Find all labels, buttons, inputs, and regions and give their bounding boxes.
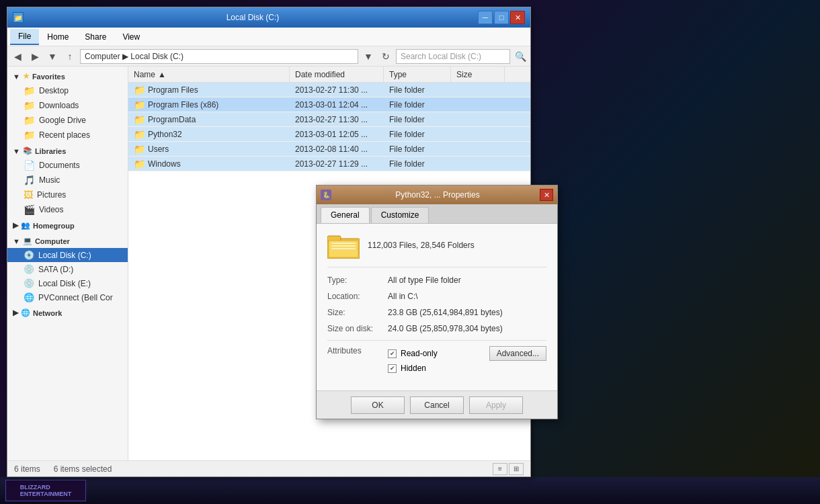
window-title: Local Disk (C:) (28, 13, 478, 22)
menu-file[interactable]: File (10, 29, 39, 45)
file-row[interactable]: 📁 Python32 2013-03-01 12:05 ... File fol… (128, 127, 530, 142)
homegroup-icon: 👥 (21, 221, 30, 230)
chevron-icon: ▼ (13, 147, 20, 155)
sidebar-item-desktop[interactable]: 📁 Desktop (7, 83, 128, 98)
svg-rect-4 (331, 245, 356, 247)
folder-icon: 📁 (24, 85, 35, 96)
folder-icon: 📁 (24, 100, 35, 111)
folder-icon: 📄 (24, 160, 35, 171)
col-header-date[interactable]: Date modified (290, 67, 384, 82)
explorer-icon: 📁 (13, 12, 24, 23)
folder-icon: 📁 (134, 144, 145, 155)
tab-general[interactable]: General (321, 207, 370, 223)
folder-icon: 🖼 (24, 190, 33, 200)
file-row[interactable]: 📁 ProgramData 2013-02-27 11:30 ... File … (128, 112, 530, 127)
menu-share[interactable]: Share (77, 30, 114, 44)
folder-icon: 📁 (24, 130, 35, 140)
search-button[interactable]: 🔍 (513, 49, 528, 64)
chevron-icon: ▼ (13, 73, 20, 81)
menu-view[interactable]: View (114, 30, 148, 44)
sidebar-item-downloads[interactable]: 📁 Downloads (7, 98, 128, 113)
folder-icon: 📁 (24, 115, 35, 126)
prop-size-on-disk: Size on disk: 24.0 GB (25,850,978,304 by… (327, 324, 546, 333)
ok-button[interactable]: OK (351, 396, 405, 414)
big-folder-icon (327, 232, 360, 259)
advanced-button[interactable]: Advanced... (489, 346, 546, 361)
back-button[interactable]: ◀ (10, 49, 25, 64)
col-header-type[interactable]: Type (384, 67, 451, 82)
attr-read-only: ✔ Read-only Advanced... (388, 346, 546, 361)
chevron-icon: ▶ (13, 221, 18, 230)
file-row[interactable]: 📁 Users 2013-02-08 11:40 ... File folder (128, 142, 530, 157)
taskbar-logo-text: BLIZZARDENTERTAINMENT (20, 484, 71, 497)
recent-button[interactable]: ▼ (45, 49, 60, 64)
selection-count: 6 items selected (54, 464, 112, 474)
dialog-content: 112,003 Files, 28,546 Folders Type: All … (317, 224, 557, 390)
dialog-title: Python32, ... Properties (335, 190, 540, 200)
dialog-icon-section: 112,003 Files, 28,546 Folders (327, 232, 546, 267)
sidebar-item-documents[interactable]: 📄 Documents (7, 158, 128, 173)
list-view-button[interactable]: ≡ (493, 463, 507, 475)
window-controls: ─ □ ✕ (478, 11, 525, 24)
taskbar: BLIZZARDENTERTAINMENT (0, 477, 820, 504)
col-header-name[interactable]: Name ▲ (128, 67, 290, 82)
sidebar-item-videos[interactable]: 🎬 Videos (7, 202, 128, 217)
file-row[interactable]: 📁 Windows 2013-02-27 11:29 ... File fold… (128, 157, 530, 171)
folder-icon: 📁 (134, 159, 145, 169)
sidebar-favorites-header[interactable]: ▼ ★ Favorites (7, 69, 128, 83)
maximize-button[interactable]: □ (494, 11, 509, 24)
sidebar-item-pvconnect[interactable]: 🌐 PVConnect (Bell Cor (7, 290, 128, 304)
sidebar-network-section: ▶ 🌐 Network (7, 306, 128, 320)
dialog-icon: 🐍 (321, 190, 331, 200)
search-box[interactable]: Search Local Disk (C:) (396, 49, 510, 64)
detail-view-button[interactable]: ⊞ (509, 463, 524, 475)
tab-customize[interactable]: Customize (371, 207, 429, 223)
sidebar-libraries-header[interactable]: ▼ 📚 Libraries (7, 144, 128, 158)
dialog-tabs: General Customize (317, 204, 557, 224)
sort-icon: ▲ (158, 70, 166, 79)
sidebar-item-pictures[interactable]: 🖼 Pictures (7, 187, 128, 202)
minimize-button[interactable]: ─ (478, 11, 493, 24)
menu-home[interactable]: Home (39, 30, 77, 44)
address-dropdown[interactable]: ▼ (361, 49, 376, 64)
sidebar-libraries-section: ▼ 📚 Libraries 📄 Documents 🎵 Music 🖼 Pict… (7, 144, 128, 217)
forward-button[interactable]: ▶ (28, 49, 42, 64)
sidebar-homegroup-header[interactable]: ▶ 👥 Homegroup (7, 218, 128, 233)
dialog-title-bar: 🐍 Python32, ... Properties ✕ (317, 185, 557, 204)
sidebar-computer-header[interactable]: ▼ 💻 Computer (7, 234, 128, 248)
readonly-checkbox[interactable]: ✔ (388, 349, 397, 358)
view-controls: ≡ ⊞ (493, 463, 524, 475)
refresh-button[interactable]: ↻ (378, 49, 393, 64)
up-button[interactable]: ↑ (63, 49, 77, 64)
folder-icon: 📁 (134, 129, 145, 140)
close-button[interactable]: ✕ (510, 11, 525, 24)
hidden-checkbox[interactable]: ✔ (388, 364, 397, 373)
svg-rect-3 (331, 243, 356, 244)
file-row[interactable]: 📁 Program Files (x86) 2013-03-01 12:04 .… (128, 97, 530, 112)
sidebar-item-local-e[interactable]: 💿 Local Disk (E:) (7, 276, 128, 290)
chevron-icon: ▼ (13, 237, 20, 245)
sidebar-item-googledrive[interactable]: 📁 Google Drive (7, 113, 128, 128)
prop-type: Type: All of type File folder (327, 276, 546, 285)
sidebar-network-header[interactable]: ▶ 🌐 Network (7, 306, 128, 320)
star-icon: ★ (23, 72, 30, 81)
sidebar-item-local-c[interactable]: 💿 Local Disk (C:) (7, 248, 128, 262)
library-icon: 📚 (23, 146, 32, 155)
file-row[interactable]: 📁 Program Files 2013-02-27 11:30 ... Fil… (128, 83, 530, 97)
apply-button[interactable]: Apply (469, 396, 523, 414)
dialog-close-button[interactable]: ✕ (540, 189, 553, 201)
properties-dialog: 🐍 Python32, ... Properties ✕ General Cus… (316, 185, 558, 419)
sidebar-favorites-section: ▼ ★ Favorites 📁 Desktop 📁 Downloads 📁 Go… (7, 69, 128, 142)
sidebar-item-recent[interactable]: 📁 Recent places (7, 128, 128, 142)
divider (327, 340, 546, 341)
sidebar-item-music[interactable]: 🎵 Music (7, 173, 128, 187)
drive-icon: 💿 (24, 278, 34, 288)
col-header-size[interactable]: Size (451, 67, 505, 82)
folder-icon: 📁 (134, 114, 145, 125)
attr-hidden: ✔ Hidden (388, 364, 546, 373)
network-icon: 🌐 (24, 292, 34, 302)
cancel-button[interactable]: Cancel (410, 396, 464, 414)
address-path[interactable]: Computer ▶ Local Disk (C:) (80, 49, 358, 64)
sidebar-item-sata-d[interactable]: 💿 SATA (D:) (7, 262, 128, 276)
menu-bar: File Home Share View (7, 28, 530, 46)
